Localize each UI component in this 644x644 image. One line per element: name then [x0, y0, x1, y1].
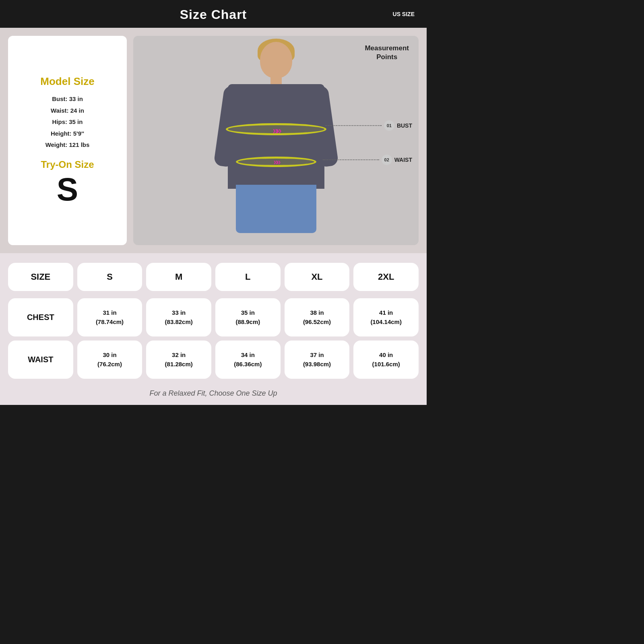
waist-measurement-line: 02 WAIST — [323, 155, 412, 165]
model-stats: Bust: 33 in Waist: 24 in Hips: 35 in Hei… — [45, 93, 90, 151]
model-head — [260, 42, 292, 78]
footer-note: For a Relaxed Fit, Choose One Size Up — [8, 386, 419, 398]
size-header-2xl: 2XL — [353, 263, 419, 291]
chest-row: CHEST 31 in(78.74cm) 33 in(83.82cm) 35 i… — [8, 298, 419, 336]
size-table-header: SIZE S M L XL 2XL — [8, 263, 419, 291]
waist-2xl: 40 in(101.6cm) — [353, 341, 419, 379]
chest-2xl: 41 in(104.14cm) — [353, 298, 419, 336]
waist-row-label: WAIST — [8, 341, 73, 379]
us-size-label: US SIZE — [393, 11, 415, 17]
waist-s: 30 in(76.2cm) — [77, 341, 142, 379]
waist-m: 32 in(81.28cm) — [146, 341, 211, 379]
bust-badge: 01 — [384, 120, 394, 131]
waist-dotted-line — [323, 159, 379, 160]
size-header-l: L — [215, 263, 281, 291]
try-on-size: S — [57, 173, 78, 206]
chest-m: 33 in(83.82cm) — [146, 298, 211, 336]
bust-dotted-line — [325, 125, 382, 126]
waist-badge: 02 — [382, 155, 392, 165]
bottom-section: SIZE S M L XL 2XL CHEST 31 in(78.74cm) 3… — [0, 253, 427, 405]
size-header-s: S — [77, 263, 142, 291]
model-body — [228, 84, 324, 189]
waist-l: 34 in(86.36cm) — [215, 341, 281, 379]
chest-label: CHEST — [8, 298, 73, 336]
model-info-card: Model Size Bust: 33 in Waist: 24 in Hips… — [8, 36, 127, 245]
page-wrapper: Size Chart US SIZE Model Size Bust: 33 i… — [0, 0, 427, 405]
bust-stat: Bust: 33 in — [45, 93, 90, 105]
waist-row: WAIST 30 in(76.2cm) 32 in(81.28cm) 34 in… — [8, 341, 419, 379]
bust-label: BUST — [397, 122, 412, 129]
top-section: Model Size Bust: 33 in Waist: 24 in Hips… — [0, 28, 427, 253]
measurement-points-label: MeasurementPoints — [365, 44, 409, 62]
waist-label: WAIST — [394, 157, 412, 163]
weight-stat: Weight: 121 lbs — [45, 139, 90, 151]
model-size-title: Model Size — [40, 75, 94, 88]
bust-measurement-line: 01 BUST — [325, 120, 412, 131]
size-header-m: M — [146, 263, 211, 291]
size-header-size: SIZE — [8, 263, 73, 291]
hips-stat: Hips: 35 in — [45, 116, 90, 128]
waist-stat: Waist: 24 in — [45, 105, 90, 117]
chest-l: 35 in(88.9cm) — [215, 298, 281, 336]
page-title: Size Chart — [180, 7, 247, 22]
try-on-title: Try-On Size — [41, 159, 94, 170]
model-pants — [236, 185, 316, 233]
model-image-area: MeasurementPoints »» »» — [133, 36, 419, 245]
size-header-xl: XL — [285, 263, 350, 291]
chest-xl: 38 in(96.52cm) — [285, 298, 350, 336]
waist-xl: 37 in(93.98cm) — [285, 341, 350, 379]
model-figure: »» »» — [216, 42, 336, 239]
chest-s: 31 in(78.74cm) — [77, 298, 142, 336]
height-stat: Height: 5'9'' — [45, 128, 90, 140]
header: Size Chart US SIZE — [0, 0, 427, 28]
